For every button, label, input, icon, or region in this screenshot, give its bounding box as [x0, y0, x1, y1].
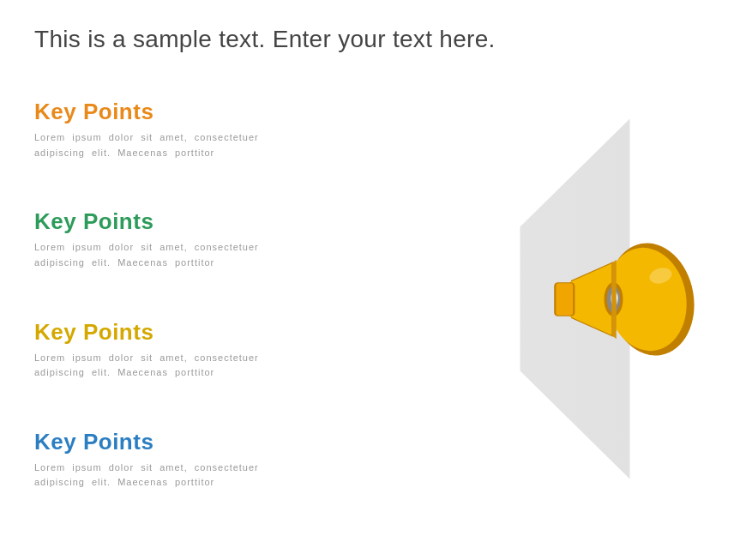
key-point-title-4: Key Points [34, 429, 390, 455]
key-point-text-3: Lorem ipsum dolor sit amet, consectetuer… [34, 351, 390, 381]
megaphone-icon [514, 205, 703, 394]
key-point-item-3: Key Points Lorem ipsum dolor sit amet, c… [34, 319, 390, 381]
key-point-title-2: Key Points [34, 208, 390, 235]
key-point-text-1: Lorem ipsum dolor sit amet, consectetuer… [34, 130, 390, 160]
key-point-item-2: Key Points Lorem ipsum dolor sit amet, c… [34, 208, 390, 270]
slide: This is a sample text. Enter your text h… [0, 0, 746, 560]
key-point-title-1: Key Points [34, 99, 390, 125]
svg-rect-3 [556, 283, 573, 315]
megaphone-area [407, 79, 713, 519]
key-point-item-4: Key Points Lorem ipsum dolor sit amet, c… [34, 429, 390, 491]
content-area: Key Points Lorem ipsum dolor sit amet, c… [34, 79, 712, 519]
key-point-item-1: Key Points Lorem ipsum dolor sit amet, c… [34, 99, 390, 160]
key-point-text-4: Lorem ipsum dolor sit amet, consectetuer… [34, 461, 390, 491]
key-points-list: Key Points Lorem ipsum dolor sit amet, c… [34, 79, 407, 519]
key-point-text-2: Lorem ipsum dolor sit amet, consectetuer… [34, 240, 390, 270]
main-title: This is a sample text. Enter your text h… [34, 26, 712, 53]
key-point-title-3: Key Points [34, 319, 390, 346]
